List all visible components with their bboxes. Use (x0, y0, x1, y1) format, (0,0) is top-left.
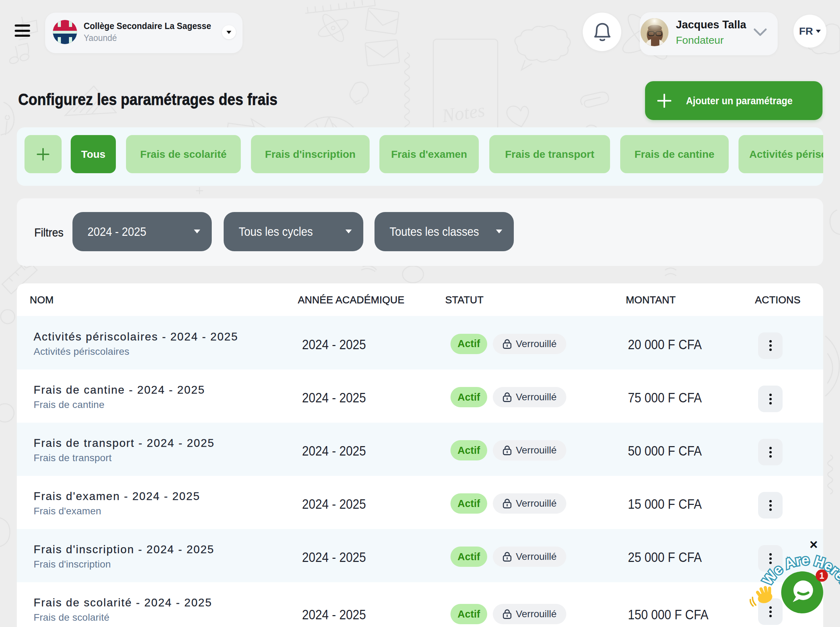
svg-text:1: 1 (820, 571, 824, 580)
svg-text:Notes: Notes (440, 100, 486, 127)
